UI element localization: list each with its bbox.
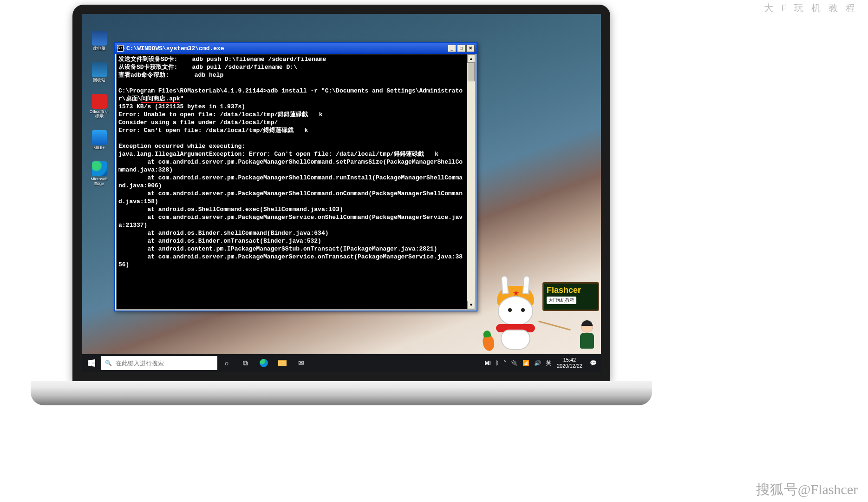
- start-button[interactable]: [82, 354, 101, 372]
- taskbar-tray: MI ᛒ ˄ 🔌 📶 🔊 英 15:42 2020/12/22 💬: [485, 354, 601, 372]
- volume-tray-icon[interactable]: 🔊: [534, 360, 541, 366]
- scroll-thumb[interactable]: [468, 63, 475, 81]
- desktop-icon-label: Microsoft Edge: [89, 177, 110, 186]
- clock-time: 15:42: [557, 357, 582, 363]
- scroll-down-button[interactable]: ▼: [467, 301, 475, 309]
- taskbar: 🔍 ○ ⧉ ✉ MI ᛒ ˄ 🔌 📶: [82, 354, 601, 372]
- mascot-title: Flashcer: [547, 285, 595, 295]
- close-button[interactable]: ✕: [466, 45, 475, 52]
- desktop-icon-miui[interactable]: MIUI+: [89, 130, 110, 151]
- mascot-subtitle: 大F玩机教程: [547, 297, 576, 304]
- cmd-titlebar[interactable]: C:\ C:\WINDOWS\system32\cmd.exe _ □ ✕: [115, 43, 476, 54]
- desktop-icons: 此电脑 回收站 Office激活提示 MIUI+ Microsoft Edge: [86, 31, 112, 186]
- page-watermark-top: 大 F 玩 机 教 程: [764, 2, 858, 14]
- cmd-window[interactable]: C:\ C:\WINDOWS\system32\cmd.exe _ □ ✕ 发送…: [114, 42, 477, 311]
- desktop-icon-pdf[interactable]: Office激活提示: [89, 94, 110, 119]
- search-icon: 🔍: [105, 360, 112, 366]
- bluetooth-tray-icon[interactable]: ᛒ: [496, 360, 499, 366]
- mail-taskbar-icon[interactable]: ✉: [292, 354, 310, 372]
- flashcer-mascot: ★ Flashcer 大F玩机教程: [483, 274, 599, 350]
- clock-date: 2020/12/22: [557, 363, 582, 369]
- taskbar-clock[interactable]: 15:42 2020/12/22: [554, 357, 585, 369]
- cortana-button[interactable]: ○: [217, 354, 236, 372]
- desktop-icon-this-pc[interactable]: 此电脑: [89, 31, 110, 51]
- cmd-client: 发送文件到设备SD卡: adb push D:\filename /sdcard…: [116, 54, 476, 310]
- chevron-up-icon[interactable]: ˄: [503, 360, 506, 366]
- task-view-button[interactable]: ⧉: [236, 354, 255, 372]
- scrollbar[interactable]: ▲ ▼: [467, 54, 475, 309]
- scroll-up-button[interactable]: ▲: [467, 54, 475, 63]
- explorer-taskbar-icon[interactable]: [273, 354, 292, 372]
- edge-icon: [92, 161, 107, 176]
- window-buttons: _ □ ✕: [448, 45, 475, 52]
- rabbit-icon: ★: [488, 283, 543, 350]
- taskbar-pinned: ○ ⧉ ✉: [217, 354, 310, 372]
- pdf-icon: [92, 94, 107, 109]
- edge-taskbar-icon[interactable]: [255, 354, 273, 372]
- taskbar-search[interactable]: 🔍: [101, 356, 217, 370]
- miui-icon: [92, 130, 107, 145]
- laptop-frame: 此电脑 回收站 Office激活提示 MIUI+ Microsoft Edge: [72, 5, 610, 381]
- cmd-output[interactable]: 发送文件到设备SD卡: adb push D:\filename /sdcard…: [117, 54, 467, 309]
- scroll-track[interactable]: [467, 63, 475, 301]
- mi-tray-icon[interactable]: MI: [485, 360, 491, 366]
- windows-desktop[interactable]: 此电脑 回收站 Office激活提示 MIUI+ Microsoft Edge: [82, 14, 601, 372]
- mascot-board: Flashcer 大F玩机教程: [542, 282, 599, 311]
- laptop-base: [31, 381, 652, 405]
- page-watermark-bottom: 搜狐号@Flashcer: [756, 480, 858, 499]
- desktop-icon-edge[interactable]: Microsoft Edge: [89, 161, 110, 186]
- search-input[interactable]: [116, 360, 214, 367]
- recycle-bin-icon: [92, 62, 107, 77]
- desktop-icon-label: 此电脑: [93, 46, 105, 51]
- cmd-titlebar-icon: C:\: [117, 45, 124, 52]
- laptop-bezel: 此电脑 回收站 Office激活提示 MIUI+ Microsoft Edge: [72, 5, 610, 381]
- desktop-icon-label: MIUI+: [93, 146, 104, 151]
- desktop-icon-label: Office激活提示: [89, 110, 110, 119]
- ime-tray-icon[interactable]: 英: [546, 359, 551, 367]
- desktop-icon-recycle-bin[interactable]: 回收站: [89, 62, 110, 83]
- minimize-button[interactable]: _: [448, 45, 456, 52]
- cmd-title: C:\WINDOWS\system32\cmd.exe: [126, 45, 445, 52]
- pc-icon: [92, 31, 107, 46]
- power-tray-icon[interactable]: 🔌: [511, 360, 518, 366]
- teacher-icon: [577, 321, 597, 350]
- windows-logo-icon: [88, 359, 95, 367]
- action-center-button[interactable]: 💬: [588, 354, 598, 372]
- maximize-button[interactable]: □: [457, 45, 465, 52]
- desktop-icon-label: 回收站: [93, 78, 105, 83]
- wifi-tray-icon[interactable]: 📶: [522, 360, 529, 366]
